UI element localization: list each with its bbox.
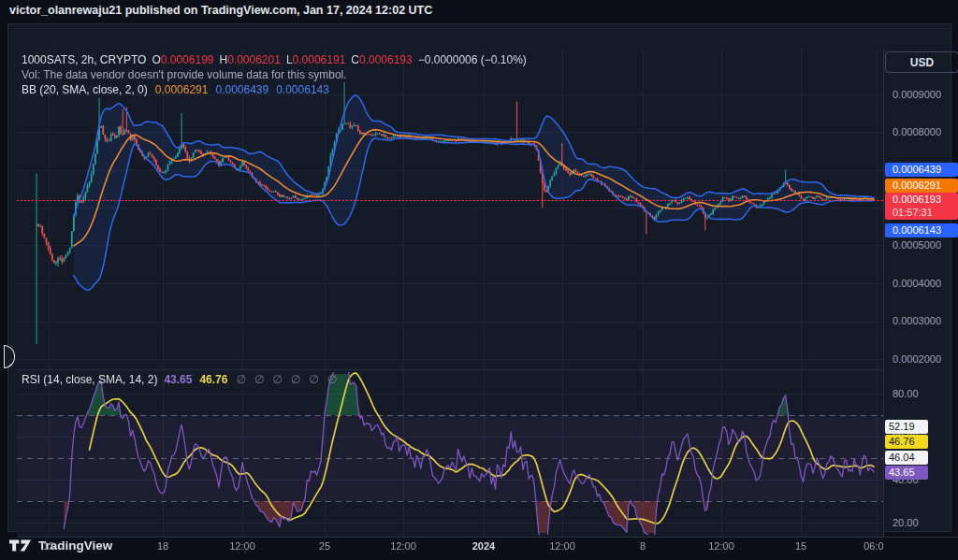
- axis-tick-label: 0.0009000: [893, 88, 941, 101]
- pane-collapse-button[interactable]: [4, 345, 15, 368]
- ohlc-value: 0.0006193: [359, 53, 413, 66]
- axis-tick-label: 0.0008000: [893, 125, 941, 138]
- time-tick-label: 06:00: [850, 540, 883, 552]
- chart-frame: 1000SATS, 2h, CRYPTOO0.0006199H0.0006201…: [7, 23, 951, 532]
- ohlc-label: O: [152, 53, 160, 66]
- time-tick-label: 12:00: [377, 540, 429, 552]
- published-chart-page: victor_olanrewaju21 published on Trading…: [0, 0, 958, 560]
- bb-basis-value: 0.0006291: [155, 83, 209, 96]
- rsi-null-glyph: ∅: [272, 373, 282, 386]
- time-tick-label: 12:00: [695, 540, 748, 552]
- time-tick-label: 25: [298, 540, 351, 552]
- last-price-label: 0.000619301:57:31: [885, 193, 958, 220]
- ohlc-label: L: [286, 53, 293, 66]
- currency-toggle-button[interactable]: USD: [885, 51, 958, 73]
- bb-lower-value: 0.0006143: [276, 83, 329, 96]
- ohlc-value: 0.0006191: [293, 53, 346, 66]
- ohlc-label: H: [219, 53, 227, 66]
- rsi-legend: RSI (14, close, SMA, 14, 2)43.6546.76∅∅∅…: [22, 372, 337, 387]
- time-tick-label: 13: [22, 540, 75, 552]
- bb-upper-value: 0.0006439: [215, 83, 269, 96]
- rsi-null-glyph: ∅: [309, 373, 318, 386]
- rsi-null-glyph: ∅: [236, 373, 245, 386]
- time-tick-label: 18: [137, 540, 189, 552]
- axis-tick-label: 0.0002000: [893, 352, 941, 366]
- pane-separator[interactable]: [17, 369, 883, 370]
- ohlc-value: 0.0006201: [227, 53, 281, 66]
- symbol-title[interactable]: 1000SATS, 2h, CRYPTO: [22, 53, 146, 66]
- time-tick-label: 12:00: [216, 540, 269, 552]
- rsi-value: 43.65: [164, 373, 192, 386]
- time-tick-label: 15: [775, 540, 827, 552]
- rsi-null-glyph: ∅: [327, 373, 337, 386]
- publish-info: victor_olanrewaju21 published on Trading…: [9, 4, 432, 17]
- bb-legend-row: BB (20, SMA, close, 2, 0)0.00062910.0006…: [22, 82, 527, 97]
- rsi-line-label: 46.04: [885, 451, 928, 465]
- axis-tick-label: 0.0003000: [893, 314, 941, 327]
- bb-legend-title[interactable]: BB (20, SMA, close, 2, 0): [22, 83, 148, 96]
- publish-header: victor_olanrewaju21 published on Trading…: [9, 4, 432, 21]
- price-change: −0.0000006 (−0.10%): [418, 53, 527, 66]
- rsi-null-glyph: ∅: [291, 373, 300, 386]
- axis-tick-label: 0.0004000: [893, 277, 941, 290]
- volume-note: Vol: The data vendor doesn't provide vol…: [22, 67, 527, 82]
- ohlc-value: 0.0006199: [161, 53, 214, 66]
- time-axis[interactable]: 131812:002512:00202412:00812:001506:00: [17, 537, 958, 555]
- symbol-legend-row: 1000SATS, 2h, CRYPTOO0.0006199H0.0006201…: [22, 52, 527, 67]
- bb-basis-label: 0.0006291: [885, 179, 958, 193]
- time-tick-label: 2024: [457, 540, 510, 552]
- symbol-legend: 1000SATS, 2h, CRYPTOO0.0006199H0.0006201…: [22, 52, 527, 97]
- price-axis[interactable]: USD 0.00090000.00080000.00050000.0004000…: [883, 49, 958, 537]
- ohlc-label: C: [351, 53, 359, 66]
- rsi-pane-canvas[interactable]: [17, 370, 883, 537]
- axis-tick-label: 20.00: [893, 516, 919, 529]
- rsi-legend-title[interactable]: RSI (14, close, SMA, 14, 2): [22, 373, 157, 386]
- ohlc-values: O0.0006199H0.0006201L0.0006191C0.0006193: [146, 53, 412, 66]
- rsi-line-label: 52.19: [885, 420, 928, 434]
- rsi-value-label: 43.65: [885, 466, 928, 480]
- countdown-timer: 01:57:31: [893, 207, 958, 219]
- rsi-null-values: ∅∅∅∅∅∅: [227, 373, 337, 386]
- time-tick-label: 8: [617, 540, 669, 552]
- axis-tick-label: 0.0005000: [893, 238, 941, 251]
- rsi-ma-value: 46.76: [199, 373, 227, 386]
- rsi-ma-label: 46.76: [885, 435, 928, 449]
- bb-upper-label: 0.0006439: [885, 163, 958, 177]
- axis-tick-label: 80.00: [893, 387, 919, 400]
- rsi-null-glyph: ∅: [254, 373, 264, 386]
- bb-lower-label: 0.0006143: [885, 223, 958, 237]
- time-tick-label: 12:00: [536, 540, 588, 552]
